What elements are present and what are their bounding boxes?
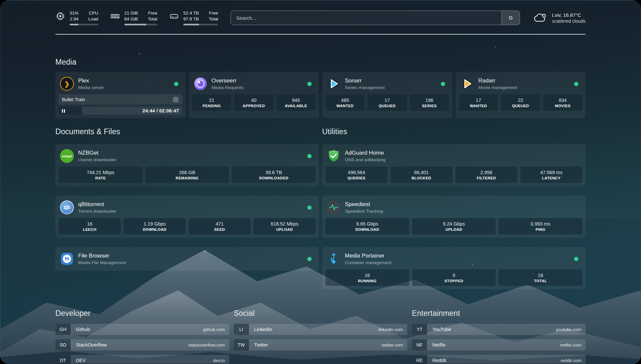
service-card-overseerr[interactable]: Overseerr Media Requests 21PENDING 40APP… xyxy=(189,72,319,118)
bookmark-name: LinkedIn xyxy=(249,327,379,332)
service-card-filebrowser[interactable]: File Browser Media File Management xyxy=(55,247,319,271)
section-entertainment: Entertainment YT YouTube youtube.com NF … xyxy=(412,309,586,364)
status-dot xyxy=(307,82,312,86)
playback-time: 24:44 / 02:06:47 xyxy=(142,107,179,115)
service-card-sonarr[interactable]: Sonarr Series management 485WANTED 17QUE… xyxy=(322,72,452,118)
stat-box: 9.65 GbpsDOWNLOAD xyxy=(325,218,409,234)
bookmark-name: DEV xyxy=(71,358,213,363)
stat-box: 471SEED xyxy=(189,218,251,234)
stat-box: 17QUEUED xyxy=(368,94,407,111)
service-title: Radarr xyxy=(478,77,518,84)
search-input[interactable] xyxy=(231,11,502,25)
status-dot xyxy=(441,82,445,86)
cpu-progress-bar xyxy=(70,24,98,25)
stat-box: 0STOPPED xyxy=(412,269,496,286)
bookmark-domain: dev.to xyxy=(213,358,229,363)
search-provider-button[interactable]: G xyxy=(502,11,520,25)
service-card-portainer[interactable]: Media Portainer Container management 16R… xyxy=(322,247,586,289)
weather-widget[interactable]: Lviv, 16.87°C scattered clouds xyxy=(533,10,586,25)
memory-free-value: 21 GiB xyxy=(124,10,138,16)
bookmark-abbr: YT xyxy=(412,324,427,335)
stat-box: 266 GBREMAINING xyxy=(145,167,229,183)
service-title: File Browser xyxy=(78,253,126,259)
service-card-nzbget[interactable]: nzbget NZBGet Usenet downloader 744.21 M… xyxy=(55,144,319,186)
now-playing-title: Bullet Train xyxy=(62,97,85,102)
header-divider xyxy=(55,34,586,35)
cpu-usage-label: CPU xyxy=(89,10,99,16)
memory-stat: 21 GiB 64 GiB Free Total xyxy=(110,10,157,25)
disk-total-value: 97.9 TB xyxy=(183,16,199,22)
top-bar: 31% 2.94 CPU Load xyxy=(55,0,586,25)
disk-progress-bar xyxy=(183,24,218,25)
bookmark-youtube[interactable]: YT YouTube youtube.com xyxy=(412,324,586,335)
service-subtitle: Media File Management xyxy=(78,260,126,265)
scattered-clouds-icon xyxy=(533,10,548,25)
stat-box: 16TOTAL xyxy=(499,269,582,286)
bookmark-domain: youtube.com xyxy=(556,327,586,332)
bookmark-reddit[interactable]: RE Reddit reddit.com xyxy=(412,355,586,364)
speedtest-icon xyxy=(327,200,341,214)
service-subtitle: DNS and adblocking xyxy=(345,157,385,162)
bookmark-github[interactable]: GH Github github.com xyxy=(55,324,229,335)
status-dot xyxy=(174,82,178,86)
disk-free-label: Free xyxy=(209,10,218,16)
weather-location-temp: Lviv, 16.87°C xyxy=(552,12,586,18)
bookmark-domain: linkedin.com xyxy=(378,327,407,332)
memory-total-value: 64 GiB xyxy=(124,16,138,22)
stat-box: 40APPROVED xyxy=(234,94,273,111)
stat-box: 39.6 TBDOWNLOADED xyxy=(232,167,316,183)
section-heading-media: Media xyxy=(55,58,586,67)
service-card-radarr[interactable]: Radarr Movie management 17WANTED 22QUEUE… xyxy=(456,72,586,118)
service-subtitle: Container management xyxy=(345,260,391,265)
stat-box: 618.52 MbpsUPLOAD xyxy=(254,218,316,234)
service-subtitle: Series management xyxy=(345,85,385,90)
bookmark-domain: reddit.com xyxy=(561,358,586,363)
service-subtitle: Media server xyxy=(78,85,104,90)
bookmark-name: YouTube xyxy=(427,327,556,332)
stat-box: 2,956FILTERED xyxy=(455,167,517,183)
service-card-plex[interactable]: ❯ Plex Media server Bullet Train xyxy=(55,72,186,118)
status-dot xyxy=(574,257,578,261)
bookmark-name: Twitter xyxy=(249,342,382,348)
memory-free-label: Free xyxy=(148,10,157,16)
stat-box: 0.993 msPING xyxy=(499,218,582,234)
memory-total-label: Total xyxy=(148,16,157,22)
bookmark-name: Netflix xyxy=(427,342,560,348)
bookmark-linkedin[interactable]: LI LinkedIn linkedin.com xyxy=(234,324,408,335)
service-card-qbittorrent[interactable]: qb qBittorrent Torrent downloader 16LEEC… xyxy=(55,196,319,238)
service-subtitle: Torrent downloader xyxy=(78,209,116,214)
service-card-adguard[interactable]: AdGuard Home DNS and adblocking 498,564Q… xyxy=(322,144,586,186)
plex-icon: ❯ xyxy=(60,77,74,91)
sonarr-icon xyxy=(327,77,341,91)
overseerr-icon xyxy=(194,77,207,91)
bookmark-dev[interactable]: DT DEV dev.to xyxy=(55,355,229,364)
bookmark-netflix[interactable]: NF Netflix netflix.com xyxy=(412,339,586,350)
service-subtitle: Usenet downloader xyxy=(78,157,116,162)
service-title: Sonarr xyxy=(345,77,385,84)
disk-total-label: Total xyxy=(209,16,218,22)
memory-progress-bar xyxy=(124,24,157,25)
service-card-speedtest[interactable]: Speedtest Speedtest Tracking 9.65 GbpsDO… xyxy=(322,196,586,238)
section-heading-social: Social xyxy=(234,309,408,318)
service-title: Media Portainer xyxy=(345,253,391,259)
now-playing-icon xyxy=(172,96,179,103)
bookmark-abbr: SO xyxy=(55,339,71,350)
stat-box: 22QUEUED xyxy=(501,94,540,111)
service-title: AdGuard Home xyxy=(345,150,385,156)
bookmark-abbr: LI xyxy=(234,324,249,335)
disk-free-value: 52.4 TB xyxy=(183,10,199,16)
weather-condition: scattered clouds xyxy=(552,18,586,24)
portainer-icon xyxy=(327,252,341,266)
bookmark-twitter[interactable]: TW Twitter twitter.com xyxy=(234,339,408,350)
pause-button[interactable] xyxy=(62,109,65,113)
filebrowser-icon xyxy=(60,252,74,266)
service-title: Overseerr xyxy=(212,77,244,84)
radarr-icon xyxy=(460,77,474,91)
cpu-usage-value: 31% xyxy=(70,10,78,16)
now-playing-row: Bullet Train xyxy=(59,94,182,105)
stat-box: 86,401BLOCKED xyxy=(390,167,452,183)
bookmark-name: Reddit xyxy=(427,358,561,363)
section-documents: Documents & Files nzbget NZBGet Usenet d… xyxy=(55,127,319,289)
bookmark-stackoverflow[interactable]: SO StackOverflow stackoverflow.com xyxy=(55,339,229,350)
stat-box: 9.24 GbpsUPLOAD xyxy=(412,218,496,234)
